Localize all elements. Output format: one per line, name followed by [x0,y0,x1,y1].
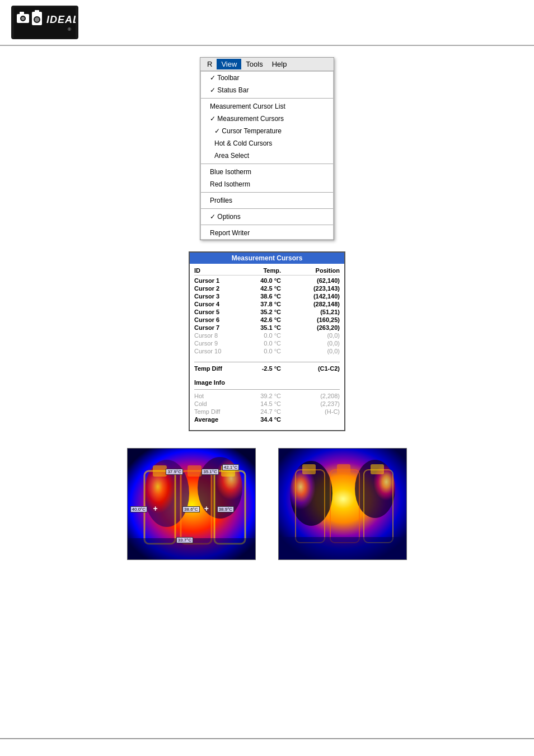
menu-toolbar[interactable]: Toolbar [201,72,333,84]
footer-line [0,738,534,739]
dropdown-container: R View Tools Help Toolbar Status Bar Mea… [200,57,334,240]
menu-top-view[interactable]: View [217,59,241,69]
table-row: Cursor 8 0.0 °C (0,0) [194,332,340,339]
average-pos [289,416,340,423]
panel-area: Measurement Cursors ID Temp. Position Cu… [17,251,517,431]
cursor6-temp: 42.6 °C [242,316,281,323]
cursor4-id: Cursor 4 [194,301,233,307]
svg-text:IDEAL: IDEAL [46,14,76,25]
cursor7-id: Cursor 7 [194,324,233,331]
menu-hot-cold[interactable]: Hot & Cold Cursors [201,137,333,150]
menu-divider-3 [201,192,333,193]
table-row: Average 34.4 °C [194,416,340,423]
table-row: Cursor 1 40.0 °C (62,140) [194,277,340,284]
table-row: Cold 14.5 °C (2,237) [194,400,340,408]
menu-bar: R View Tools Help [200,58,334,71]
hot-id: Hot [194,393,233,399]
cursor10-pos: (0,0) [289,348,340,354]
menu-top-help[interactable]: Help [268,59,292,69]
table-row: Cursor 9 0.0 °C (0,0) [194,339,340,347]
svg-rect-27 [302,464,316,474]
menu-red-isotherm[interactable]: Red Isotherm [201,178,333,190]
table-row: Cursor 2 42.5 °C (223,143) [194,284,340,292]
table-row: Temp Diff 24.7 °C (H-C) [194,408,340,416]
menu-area-select[interactable]: Area Select [201,150,333,162]
svg-rect-17 [153,465,167,477]
cursor5-id: Cursor 5 [194,309,233,315]
tempdiff2-pos: (H-C) [289,408,340,415]
temp-diff-row: Temp Diff -2.5 °C (C1-C2) [194,365,340,372]
table-row: Cursor 10 0.0 °C (0,0) [194,347,340,355]
cursor3-temp: 38.6 °C [242,293,281,300]
menu-statusbar[interactable]: Status Bar [201,84,333,96]
thermal-image-1: 37.9°C 35.1°C 42.1°C 40.0°C 38.6°C 38.9°… [127,448,256,560]
menu-top-r[interactable]: R [203,59,217,69]
table-row: Cursor 6 42.6 °C (160,25) [194,316,340,324]
menu-blue-isotherm[interactable]: Blue Isotherm [201,166,333,178]
svg-rect-30 [279,537,407,560]
logo-svg: IDEAL ® [14,7,76,38]
temp-label-6: 38.9°C [217,506,235,512]
svg-rect-18 [188,465,202,477]
menu-top-tools[interactable]: Tools [241,59,267,69]
hot-pos: (2,208) [289,393,340,399]
dropdown-body: Toolbar Status Bar Measurement Cursor Li… [200,71,334,240]
cursor2-pos: (223,143) [289,285,340,292]
cursor8-id: Cursor 8 [194,332,233,339]
table-row: Cursor 3 38.6 °C (142,140) [194,292,340,300]
temp-label-4: 40.0°C [130,506,148,512]
cursors-panel-title: Measurement Cursors [190,253,344,264]
cursors-panel: Measurement Cursors ID Temp. Position Cu… [189,251,345,431]
svg-rect-28 [337,464,350,474]
cursor5-pos: (51,21) [289,309,340,315]
thermal-image-2 [278,448,407,560]
average-temp: 34.4 °C [242,416,281,423]
cursor9-temp: 0.0 °C [242,340,281,347]
menu-area: R View Tools Help Toolbar Status Bar Mea… [17,57,517,240]
cursor1-id: Cursor 1 [194,277,233,284]
cursor9-id: Cursor 9 [194,340,233,347]
temp-label-2: 35.1°C [202,469,219,475]
menu-cursor-list[interactable]: Measurement Cursor List [201,100,333,113]
svg-point-8 [35,17,39,22]
svg-rect-6 [35,10,39,13]
header: IDEAL ® [0,0,534,46]
cursor4-temp: 37.8 °C [242,301,281,307]
menu-cursor-temp[interactable]: Cursor Temperature [201,125,333,137]
cursor1-temp: 40.0 °C [242,277,281,284]
cursor9-pos: (0,0) [289,340,340,347]
cursor8-pos: (0,0) [289,332,340,339]
cold-pos: (2,237) [289,400,340,407]
average-id: Average [194,416,233,423]
cursor4-pos: (282,148) [289,301,340,307]
cursors-table: ID Temp. Position Cursor 1 40.0 °C (62,1… [190,264,344,430]
col-pos-header: Position [289,267,340,274]
col-temp-header: Temp. [242,267,281,274]
tempdiff2-id: Temp Diff [194,408,233,415]
menu-report-writer[interactable]: Report Writer [201,227,333,239]
main-content: R View Tools Help Toolbar Status Bar Mea… [0,46,534,571]
menu-divider-4 [201,208,333,209]
images-row: 37.9°C 35.1°C 42.1°C 40.0°C 38.6°C 38.9°… [17,448,517,560]
cursor1-pos: (62,140) [289,277,340,284]
temp-diff-label: Temp Diff [194,365,233,372]
col-id-header: ID [194,267,233,274]
menu-profiles[interactable]: Profiles [201,194,333,207]
temp-diff-value: -2.5 °C [242,365,281,372]
cursor10-temp: 0.0 °C [242,348,281,354]
cursors-header: ID Temp. Position [194,266,340,276]
cursor2-id: Cursor 2 [194,285,233,292]
menu-options[interactable]: Options [201,211,333,223]
table-row: Hot 39.2 °C (2,208) [194,392,340,400]
menu-measurement-cursors[interactable]: Measurement Cursors [201,113,333,125]
temp-label-3: 42.1°C [222,464,240,470]
menu-divider-1 [201,98,333,99]
table-row: Cursor 4 37.8 °C (282,148) [194,300,340,308]
crosshair-1: + [153,504,158,513]
logo: IDEAL ® [11,6,78,39]
divider-temp-diff [194,362,340,362]
cursor3-id: Cursor 3 [194,293,233,300]
temp-diff-pos: (C1-C2) [289,365,340,372]
cursor6-id: Cursor 6 [194,316,233,323]
crosshair-2: + [204,504,209,513]
